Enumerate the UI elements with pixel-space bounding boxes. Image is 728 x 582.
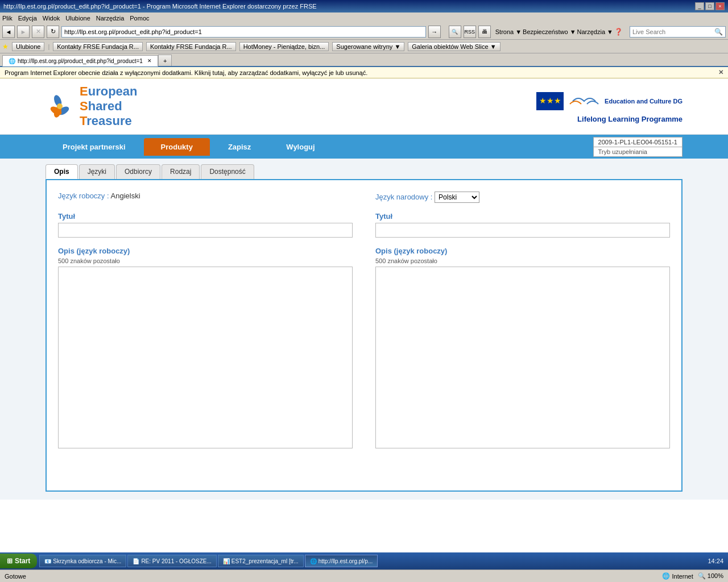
address-bar[interactable] [61,26,426,38]
start-button[interactable]: ⊞ Start [0,554,37,568]
fav-item-1[interactable]: Kontakty FRSE Fundacja R... [53,42,143,51]
logo-hared: hared [88,99,122,113]
taskbar-item-4[interactable]: 🌐 http://llp.est.org.pl/p... [305,555,378,567]
tab-dostepnosc[interactable]: Dostępność [201,164,254,179]
site-header: European Shared Treasure ★★★ [0,78,728,135]
nav-produkty[interactable]: Produkty [144,138,210,156]
right-desc-col: Opis (język roboczy) 500 znaków pozostał… [375,247,670,450]
menu-item-pomoc[interactable]: Pomoc [130,15,149,22]
project-id: 2009-1-PL1-LEO04-05151-1 [593,137,682,147]
minimize-button[interactable]: _ [695,2,704,10]
status-bar: Gotowe 🌐 Internet 🔍 100% [0,569,728,581]
zone-text: Internet [672,573,693,580]
security-label: Bezpieczeństwo ▼ [523,28,576,35]
search-go-icon[interactable]: 🔍 [714,28,723,36]
window-title: http://llp.est.org.pl/product_edit.php?i… [3,3,317,10]
culture-logo: ★★★ Education and Culture DG [536,90,682,113]
lang-national-select[interactable]: Polski Angielski Francuski Niemiecki [435,192,479,203]
nav-projekt[interactable]: Projekt partnerski [46,138,143,156]
print-button[interactable]: 🖶 [478,26,491,38]
taskbar-icon-2: 📄 [133,558,139,564]
taskbar-label-1: Skrzynka odbiorcza - Mic... [53,558,121,564]
left-desc-label: Opis (język roboczy) [58,247,353,255]
taskbar: ⊞ Start 📧 Skrzynka odbiorcza - Mic... 📄 … [0,552,728,569]
right-title-label: Tytuł [375,212,670,221]
browser-tab-1[interactable]: 🌐 http://llp.est.org.pl/product_edit.php… [2,55,158,66]
go-button[interactable]: → [428,26,441,38]
taskbar-item-1[interactable]: 📧 Skrzynka odbiorcza - Mic... [39,555,126,567]
tab-close-1[interactable]: ✕ [147,58,152,64]
forward-button[interactable]: ► [17,26,30,38]
right-desc-label: Opis (język roboczy) [375,247,670,255]
form-panel: Język roboczy : Angielski Język narodowy… [46,179,682,492]
back-button[interactable]: ◄ [2,26,15,38]
tab-rodzaj[interactable]: Rodzaj [162,164,200,179]
toolbar: ◄ ► ✕ ↻ → 🔍 RSS 🖶 Strona ▼ Bezpieczeństw… [0,24,728,40]
close-button[interactable]: × [715,2,725,10]
info-bar: Program Internet Explorer obecnie działa… [0,67,728,78]
logo-area: European Shared Treasure [46,84,137,128]
menu-bar: Plik Edycja Widok Ulubione Narzędzia Pom… [0,13,728,24]
left-desc-sublabel: 500 znaków pozostało [58,257,353,264]
fav-item-5[interactable]: Galeria obiektów Web Slice ▼ [408,42,500,51]
stop-button[interactable]: ✕ [32,26,44,38]
rss-button[interactable]: RSS [464,26,476,38]
left-title-label: Tytuł [58,212,353,221]
logo-uropean: uropean [88,84,138,98]
taskbar-right: 14:24 [703,558,728,564]
taskbar-item-3[interactable]: 📊 EST2_prezentacja_ml [tr... [218,555,304,567]
search-icon: 🔍 [449,26,461,38]
nav-wyloguj[interactable]: Wyloguj [269,138,332,156]
right-title-input[interactable] [375,223,670,238]
tab-opis[interactable]: Opis [46,164,78,179]
right-header: ★★★ Education and Culture DG Lifelong Le… [536,90,682,123]
menu-item-edycja[interactable]: Edycja [18,15,37,22]
logo-text: European Shared Treasure [80,84,137,128]
menu-item-narzedzia[interactable]: Narzędzia [96,15,125,22]
education-text: Education and Culture DG [605,98,682,105]
tab-jezyki[interactable]: Języki [79,164,115,179]
fav-item-2[interactable]: Kontakty FRSE Fundacja R... [146,42,236,51]
taskbar-label-2: RE: PV 2011 - OGŁOSZE... [141,558,211,564]
ulubione-button[interactable]: Ulubione [12,42,44,51]
new-tab-button[interactable]: + [158,55,172,66]
favorites-star-icon: ★ [2,43,9,51]
separator: | [48,43,49,50]
fav-item-3[interactable]: HotMoney - Pieniądze, bizn... [239,42,329,51]
left-title-col: Tytuł [58,212,353,238]
taskbar-item-2[interactable]: 📄 RE: PV 2011 - OGŁOSZE... [127,555,216,567]
right-desc-textarea[interactable] [375,267,670,448]
refresh-button[interactable]: ↻ [47,26,59,38]
llp-text: Lifelong Learning Programme [536,115,682,123]
desc-row: Opis (język roboczy) 500 znaków pozostał… [58,247,670,450]
nav-zapisz[interactable]: Zapisz [211,138,268,156]
menu-item-ulubione[interactable]: Ulubione [65,15,90,22]
taskbar-label-4: http://llp.est.org.pl/p... [318,558,373,564]
taskbar-icon-1: 📧 [44,558,51,564]
maximize-button[interactable]: □ [705,2,714,10]
info-close-button[interactable]: ✕ [718,69,723,76]
left-desc-textarea[interactable] [58,267,353,448]
menu-item-widok[interactable]: Widok [43,15,60,22]
taskbar-items: 📧 Skrzynka odbiorcza - Mic... 📄 RE: PV 2… [39,555,703,567]
tools-label: Narzędzia ▼ [577,28,613,35]
education-text-block: Education and Culture DG [605,98,682,105]
lang-national-col: Język narodowy : Polski Angielski Francu… [375,192,670,203]
left-title-input[interactable] [58,223,353,238]
lang-working-col: Język roboczy : Angielski [58,192,353,203]
help-icon: ❓ [614,28,623,36]
tab-odbiorcy[interactable]: Odbiorcy [116,164,160,179]
mode-text: Tryb uzupełniania [593,147,682,157]
logo-s: S [80,99,88,113]
svg-point-4 [57,103,63,109]
search-input[interactable] [632,28,712,35]
search-container: 🔍 [630,26,726,38]
page-label: Strona ▼ [495,28,522,35]
fav-item-4[interactable]: Sugerowane witryny ▼ [332,42,404,51]
window-controls: _ □ × [695,2,725,10]
lang-national-label: Język narodowy : Polski Angielski Francu… [375,193,479,201]
menu-item-plik[interactable]: Plik [2,15,13,22]
title-bar: http://llp.est.org.pl/product_edit.php?i… [0,0,728,13]
status-zone: 🌐 Internet [662,572,693,580]
start-label: Start [15,557,30,565]
